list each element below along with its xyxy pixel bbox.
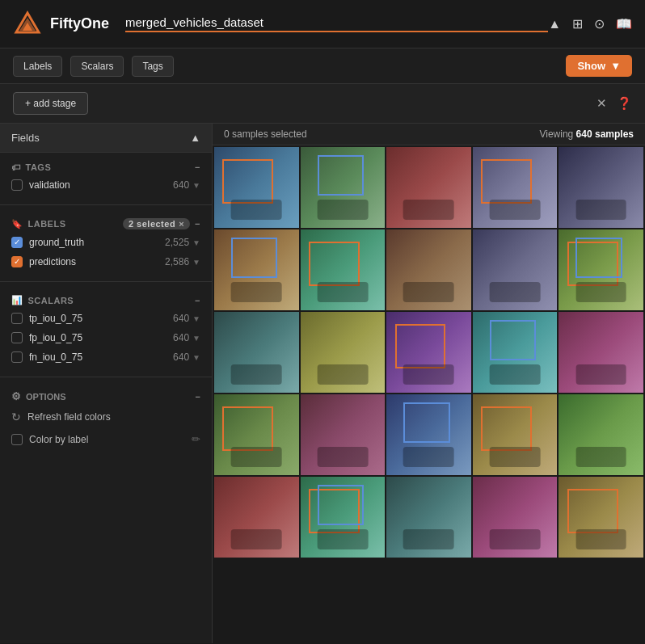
- scalars-icon: 📊: [11, 295, 23, 305]
- color-by-label-item[interactable]: Color by label ✏: [0, 428, 212, 450]
- grid-cell[interactable]: [559, 147, 643, 228]
- tags-icon: 🏷: [11, 162, 21, 172]
- fp-iou-dropdown-icon[interactable]: ▼: [192, 334, 200, 343]
- samples-selected: 0 samples selected: [224, 128, 307, 140]
- fields-header[interactable]: Fields ▲: [0, 124, 212, 153]
- options-header: ⚙ OPTIONS −: [0, 387, 212, 406]
- fn-iou-label: fn_iou_0_75: [29, 351, 167, 363]
- tags-button[interactable]: Tags: [132, 56, 173, 77]
- content-area: 0 samples selected Viewing 640 samples: [213, 124, 645, 643]
- fp-iou-checkbox[interactable]: [11, 332, 23, 343]
- top-bar: 0 samples selected Viewing 640 samples: [213, 124, 645, 145]
- github-icon[interactable]: ⊙: [594, 16, 605, 32]
- tp-iou-checkbox[interactable]: [11, 313, 23, 324]
- options-minus[interactable]: −: [196, 392, 200, 402]
- grid-cell[interactable]: [473, 312, 558, 393]
- labels-badge-close[interactable]: ×: [179, 219, 184, 229]
- scalars-minus[interactable]: −: [195, 296, 200, 305]
- predictions-label: predictions: [29, 256, 158, 267]
- show-button[interactable]: Show ▼: [566, 55, 632, 77]
- tp-iou-count: 640 ▼: [173, 313, 200, 324]
- tp-iou-dropdown-icon[interactable]: ▼: [192, 314, 200, 323]
- grid-cell[interactable]: [301, 477, 386, 558]
- labels-controls: 2 selected × −: [123, 218, 200, 229]
- grid-cell[interactable]: [473, 147, 558, 228]
- grid-cell[interactable]: [386, 477, 471, 558]
- grid-cell[interactable]: [214, 312, 299, 393]
- scalars-title: 📊 SCALARS: [11, 295, 74, 305]
- fp-iou-field[interactable]: fp_iou_0_75 640 ▼: [0, 328, 212, 347]
- predictions-dropdown-icon[interactable]: ▼: [192, 258, 200, 267]
- grid-cell[interactable]: [301, 147, 386, 228]
- labels-icon: 🔖: [11, 219, 23, 229]
- grid-cell[interactable]: [214, 477, 299, 558]
- predictions-checkbox[interactable]: ✓: [11, 256, 23, 267]
- app-name: FiftyOne: [50, 15, 109, 32]
- fn-iou-field[interactable]: fn_iou_0_75 640 ▼: [0, 347, 212, 367]
- grid-cell[interactable]: [214, 147, 299, 228]
- options-section: ⚙ OPTIONS − ↻ Refresh field colors Color…: [0, 381, 212, 457]
- tags-header: 🏷 TAGS −: [0, 159, 212, 175]
- divider-1: [0, 204, 212, 205]
- scalars-button[interactable]: Scalars: [70, 56, 124, 77]
- stage-icons: ✕ ❓: [597, 96, 632, 111]
- close-icon[interactable]: ✕: [597, 96, 607, 111]
- tp-iou-label: tp_iou_0_75: [29, 313, 167, 324]
- grid-cell[interactable]: [473, 394, 558, 475]
- grid-cell[interactable]: [386, 229, 471, 310]
- predictions-field[interactable]: ✓ predictions 2,586 ▼: [0, 252, 212, 271]
- grid-cell[interactable]: [473, 229, 558, 310]
- grid-cell[interactable]: [386, 394, 471, 475]
- tags-title: 🏷 TAGS: [11, 162, 51, 172]
- grid-cell[interactable]: [559, 394, 643, 475]
- show-dropdown-icon: ▼: [610, 60, 621, 72]
- grid-cell[interactable]: [301, 229, 386, 310]
- tags-minus[interactable]: −: [195, 162, 200, 172]
- grid-cell[interactable]: [559, 477, 643, 558]
- ground-truth-field[interactable]: ✓ ground_truth 2,525 ▼: [0, 233, 212, 252]
- logo-area: FiftyOne: [13, 10, 109, 39]
- grid-cell[interactable]: [301, 394, 386, 475]
- validation-dropdown-icon[interactable]: ▼: [192, 181, 200, 190]
- ground-truth-checkbox[interactable]: ✓: [11, 237, 23, 248]
- divider-2: [0, 281, 212, 282]
- grid-cell[interactable]: [559, 312, 643, 393]
- book-icon[interactable]: 📖: [616, 16, 632, 32]
- labels-title: 🔖 LABELS: [11, 219, 66, 229]
- fp-iou-label: fp_iou_0_75: [29, 332, 167, 343]
- tp-iou-field[interactable]: tp_iou_0_75 640 ▼: [0, 309, 212, 328]
- labels-minus[interactable]: −: [195, 219, 200, 229]
- tags-section: 🏷 TAGS − validation 640 ▼: [0, 153, 212, 201]
- fields-collapse-icon: ▲: [190, 132, 200, 144]
- add-stage-button[interactable]: + add stage: [13, 92, 88, 115]
- ground-truth-label: ground_truth: [29, 237, 158, 248]
- labels-button[interactable]: Labels: [13, 56, 62, 77]
- grid-cell[interactable]: [559, 229, 643, 310]
- fn-iou-checkbox[interactable]: [11, 351, 23, 363]
- sidebar: Fields ▲ 🏷 TAGS − validation 640 ▼: [0, 124, 213, 643]
- scalars-label: SCALARS: [28, 296, 74, 305]
- grid-cell[interactable]: [301, 312, 386, 393]
- gear-icon: ⚙: [11, 390, 21, 402]
- refresh-icon: ↻: [11, 410, 21, 423]
- dataset-name[interactable]: merged_vehicles_dataset: [125, 15, 548, 32]
- signal-icon: ▲: [548, 17, 561, 32]
- grid-cell[interactable]: [473, 477, 558, 558]
- grid-cell[interactable]: [386, 312, 471, 393]
- validation-count: 640 ▼: [173, 179, 200, 191]
- grid-cell[interactable]: [386, 147, 471, 228]
- edit-icon[interactable]: ✏: [192, 433, 200, 445]
- fp-iou-count: 640 ▼: [173, 332, 200, 343]
- refresh-field-colors-item[interactable]: ↻ Refresh field colors: [0, 406, 212, 428]
- validation-field[interactable]: validation 640 ▼: [0, 175, 212, 195]
- grid-icon[interactable]: ⊞: [572, 16, 583, 32]
- help-icon[interactable]: ❓: [617, 96, 632, 111]
- grid-cell[interactable]: [214, 229, 299, 310]
- validation-checkbox[interactable]: [11, 179, 23, 191]
- labels-label: LABELS: [28, 219, 66, 229]
- grid-cell[interactable]: [214, 394, 299, 475]
- ground-truth-dropdown-icon[interactable]: ▼: [192, 238, 200, 247]
- color-by-label-label: Color by label: [29, 434, 88, 445]
- fn-iou-dropdown-icon[interactable]: ▼: [192, 353, 200, 362]
- color-by-label-checkbox[interactable]: [11, 434, 23, 445]
